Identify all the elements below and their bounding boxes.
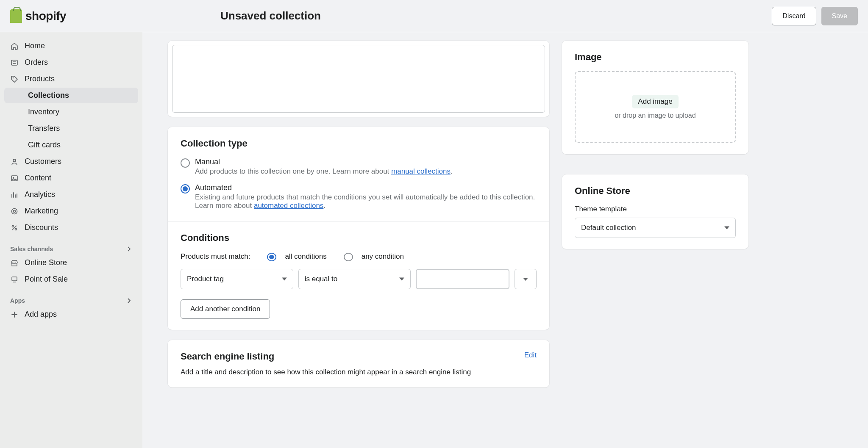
- collection-type-automated[interactable]: Automated Existing and future products t…: [181, 183, 537, 210]
- page-title: Unsaved collection: [220, 9, 321, 22]
- sidebar-item-transfers[interactable]: Transfers: [4, 121, 138, 136]
- sidebar-item-customers[interactable]: Customers: [4, 154, 138, 169]
- sidebar-item-gift-cards[interactable]: Gift cards: [4, 137, 138, 153]
- chevron-right-icon: [125, 297, 132, 304]
- manual-collections-link[interactable]: manual collections: [391, 167, 451, 175]
- seo-card: Edit Search engine listing Add a title a…: [168, 340, 549, 387]
- automated-collections-link[interactable]: automated collections: [254, 202, 323, 210]
- radio-manual[interactable]: [181, 158, 190, 168]
- orders-icon: [10, 58, 19, 67]
- description-card: [168, 41, 549, 117]
- sidebar-item-marketing[interactable]: Marketing: [4, 203, 138, 219]
- target-icon: [10, 207, 19, 216]
- shopify-bag-icon: [10, 9, 22, 23]
- theme-template-label: Theme template: [575, 205, 736, 213]
- radio-description: Existing and future products that match …: [195, 193, 537, 210]
- radio-automated[interactable]: [181, 184, 190, 194]
- svg-point-5: [12, 208, 17, 214]
- add-condition-button[interactable]: Add another condition: [181, 299, 270, 319]
- conditions-match-row: Products must match: all conditions any …: [181, 252, 537, 261]
- apps-header[interactable]: Apps: [4, 288, 138, 307]
- sidebar-item-discounts[interactable]: Discounts: [4, 220, 138, 235]
- image-card-heading: Image: [575, 52, 736, 63]
- sidebar-item-label: Online Store: [25, 258, 67, 267]
- radio-match-all[interactable]: [267, 253, 276, 261]
- image-dropzone[interactable]: Add image or drop an image to upload: [575, 71, 736, 143]
- pos-icon: [10, 275, 19, 284]
- sidebar-item-label: Discounts: [25, 223, 58, 232]
- match-any-label: any condition: [362, 252, 404, 261]
- svg-point-2: [13, 159, 16, 162]
- condition-field-select[interactable]: Product tag: [181, 269, 293, 289]
- sidebar-item-label: Analytics: [25, 190, 55, 199]
- store-icon: [10, 259, 19, 267]
- apps-label: Apps: [10, 297, 25, 304]
- sidebar-item-label: Point of Sale: [25, 275, 68, 284]
- seo-edit-link[interactable]: Edit: [524, 351, 537, 360]
- sidebar-item-point-of-sale[interactable]: Point of Sale: [4, 271, 138, 287]
- user-icon: [10, 158, 19, 166]
- svg-point-8: [15, 228, 17, 230]
- condition-operator-select[interactable]: is equal to: [298, 269, 411, 289]
- add-image-button[interactable]: Add image: [632, 95, 678, 108]
- image-drop-hint: or drop an image to upload: [615, 112, 696, 119]
- conditions-heading: Conditions: [181, 232, 537, 243]
- svg-point-1: [13, 77, 14, 78]
- collection-type-card: Collection type Manual Add products to t…: [168, 127, 549, 330]
- plus-icon: [10, 310, 19, 319]
- percent-icon: [10, 224, 19, 232]
- sidebar-item-home[interactable]: Home: [4, 38, 138, 54]
- sidebar-item-label: Home: [25, 41, 45, 50]
- match-all-label: all conditions: [285, 252, 326, 261]
- main-left-column: Collection type Manual Add products to t…: [168, 41, 549, 398]
- sidebar-item-label: Inventory: [28, 108, 59, 116]
- radio-label: Automated: [195, 183, 537, 192]
- sales-channels-header[interactable]: Sales channels: [4, 236, 138, 255]
- sidebar-item-label: Content: [25, 174, 51, 183]
- main-content: Collection type Manual Add products to t…: [142, 32, 868, 448]
- sidebar-item-inventory[interactable]: Inventory: [4, 104, 138, 120]
- sidebar: Home Orders Products Collections Invento…: [0, 32, 142, 448]
- main-right-column: Image Add image or drop an image to uplo…: [562, 41, 748, 259]
- tag-icon: [10, 75, 19, 83]
- svg-point-6: [14, 210, 16, 212]
- seo-description: Add a title and description to see how t…: [181, 365, 537, 376]
- discard-button[interactable]: Discard: [772, 7, 816, 25]
- radio-label: Manual: [195, 158, 537, 166]
- condition-value-input[interactable]: [416, 269, 509, 289]
- collection-type-heading: Collection type: [181, 138, 537, 149]
- sidebar-item-content[interactable]: Content: [4, 170, 138, 186]
- sidebar-item-label: Add apps: [25, 310, 57, 319]
- sidebar-item-online-store[interactable]: Online Store: [4, 255, 138, 271]
- online-store-heading: Online Store: [575, 185, 736, 196]
- condition-extra-button[interactable]: [515, 269, 537, 289]
- image-icon: [10, 174, 19, 183]
- condition-row: Product tag is equal to: [181, 269, 537, 289]
- collection-type-manual[interactable]: Manual Add products to this collection o…: [181, 158, 537, 176]
- sidebar-item-collections[interactable]: Collections: [4, 88, 138, 103]
- sidebar-item-orders[interactable]: Orders: [4, 55, 138, 70]
- brand-name: shopify: [25, 9, 66, 23]
- sidebar-item-label: Collections: [28, 91, 69, 100]
- sidebar-item-analytics[interactable]: Analytics: [4, 187, 138, 202]
- sidebar-item-add-apps[interactable]: Add apps: [4, 307, 138, 322]
- image-card: Image Add image or drop an image to uplo…: [562, 41, 748, 154]
- top-bar: shopify Unsaved collection Discard Save: [0, 0, 868, 32]
- save-button[interactable]: Save: [821, 7, 858, 25]
- radio-description: Add products to this collection one by o…: [195, 167, 537, 176]
- conditions-match-label: Products must match:: [181, 252, 250, 261]
- sidebar-item-products[interactable]: Products: [4, 71, 138, 87]
- svg-point-7: [12, 225, 14, 227]
- svg-rect-9: [12, 277, 17, 281]
- home-icon: [10, 42, 19, 50]
- description-editor[interactable]: [172, 45, 545, 113]
- seo-heading: Search engine listing: [181, 351, 537, 362]
- brand-logo: shopify: [10, 9, 66, 23]
- sidebar-item-label: Orders: [25, 58, 48, 67]
- top-actions: Discard Save: [772, 7, 858, 25]
- theme-template-select[interactable]: Default collection: [575, 218, 736, 238]
- svg-rect-0: [11, 60, 17, 65]
- chevron-right-icon: [125, 246, 132, 252]
- radio-match-any[interactable]: [344, 253, 353, 261]
- sidebar-item-label: Gift cards: [28, 141, 61, 149]
